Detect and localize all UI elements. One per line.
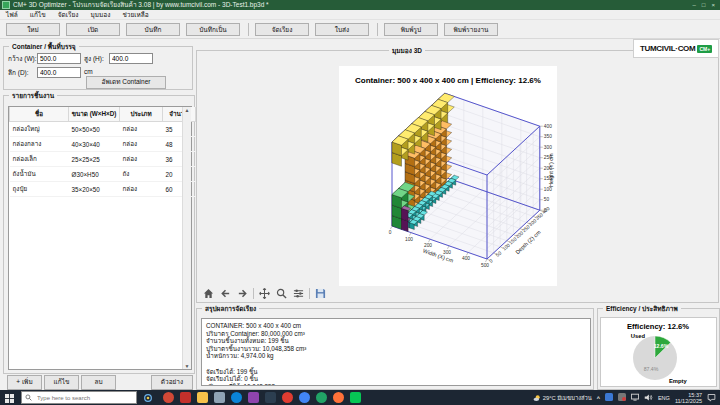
svg-text:50: 50 <box>544 197 550 202</box>
search-icon <box>25 394 32 401</box>
nav-separator <box>253 288 254 299</box>
tray-security-icon[interactable] <box>618 393 626 402</box>
taskbar-app-green[interactable] <box>316 392 327 403</box>
menu-edit[interactable]: แก้ไข <box>24 10 52 19</box>
taskbar-app-line[interactable] <box>350 392 361 403</box>
start-button[interactable] <box>0 389 19 405</box>
arrange-button[interactable]: จัดเรียง <box>255 23 309 36</box>
svg-text:350: 350 <box>544 134 552 139</box>
home-icon[interactable] <box>202 287 215 300</box>
height-input[interactable] <box>109 53 153 64</box>
menu-bar: ไฟล์ แก้ไข จัดเรียง มุมมอง ช่วยเหลือ <box>0 10 720 20</box>
menu-help[interactable]: ช่วยเหลือ <box>116 10 154 19</box>
logo-text: TUMCIVIL·COM <box>640 44 696 53</box>
open-button[interactable]: เปิด <box>66 23 120 36</box>
cortana-icon[interactable] <box>143 389 153 405</box>
tray-chevron-up-icon[interactable]: ^ <box>597 395 600 401</box>
svg-text:0: 0 <box>488 258 494 264</box>
efficiency-pie-chart: Efficiency: 12.6% Used 12.6% 87.4% Empty <box>600 317 717 387</box>
unit-label: cm <box>84 68 93 75</box>
note-button[interactable]: ใบส่ง <box>315 23 369 36</box>
configure-subplots-icon[interactable] <box>292 287 305 300</box>
tumcivil-logo: TUMCIVIL·COM CM+ <box>633 39 719 58</box>
notification-center-icon[interactable] <box>707 393 716 403</box>
table-scrollbar[interactable]: ▲ ▼ <box>182 107 191 369</box>
tray-onedrive-icon[interactable] <box>605 393 613 402</box>
svg-text:Height (Y) cm: Height (Y) cm <box>548 153 554 187</box>
logo-badge: CM+ <box>697 45 712 53</box>
taskbar-app-camera[interactable] <box>180 392 191 403</box>
pie-title: Efficiency: 12.6% <box>627 322 689 331</box>
nav-separator <box>309 288 310 299</box>
pie-used-label: Used <box>631 333 646 339</box>
new-button[interactable]: ใหม่ <box>6 23 60 36</box>
menu-view[interactable]: มุมมอง <box>84 10 116 19</box>
col-header-size[interactable]: ขนาด (W×H×D) <box>69 107 120 122</box>
update-container-button[interactable]: อัพเดท Container <box>86 76 166 89</box>
save-as-button[interactable]: บันทึกเป็น <box>186 23 240 36</box>
zoom-icon[interactable] <box>275 287 288 300</box>
svg-text:500: 500 <box>481 263 489 268</box>
window-titlebar: CM+ 3D Optimizer - โปรแกรมจัดเรียงสินค้า… <box>0 0 720 10</box>
table-row[interactable]: ถุงปุ๋ย35×20×50กล่อง60 <box>10 182 196 197</box>
sample-data-button[interactable]: ตัวอย่าง <box>151 375 193 390</box>
col-header-name[interactable]: ชื่อ <box>10 107 69 122</box>
taskbar-app-dark[interactable] <box>265 392 276 403</box>
taskbar-clock[interactable]: 15:37 11/12/2025 <box>675 392 702 404</box>
table-row[interactable]: กล่องใหญ่50×50×50กล่อง35 <box>10 122 196 137</box>
depth-input[interactable] <box>37 67 81 78</box>
taskbar-app-firefox[interactable] <box>333 392 344 403</box>
weather-widget[interactable]: 29°C มีเมฆบางส่วน <box>533 393 592 403</box>
taskbar-app-edge[interactable] <box>231 392 242 403</box>
width-input[interactable] <box>37 53 81 64</box>
efficiency-group: Efficiency / ประสิทธิภาพ Efficiency: 12.… <box>597 308 720 390</box>
taskbar-app-documents[interactable] <box>214 392 225 403</box>
plot-title: Container: 500 x 400 x 400 cm | Efficien… <box>355 76 541 85</box>
volume-icon[interactable] <box>644 393 653 403</box>
print-report-button[interactable]: พิมพ์รายงาน <box>444 23 498 36</box>
svg-text:400: 400 <box>462 256 470 261</box>
container-settings-group: Container / พื้นที่บรรจุ กว้าง (W): สูง … <box>3 46 193 90</box>
svg-text:100: 100 <box>405 237 413 242</box>
taskbar-app-pinwheel[interactable] <box>163 392 174 403</box>
delete-item-button[interactable]: ลบ <box>81 375 116 390</box>
depth-label: ลึก (D): <box>8 68 29 78</box>
view3d-title: มุมมอง 3D <box>389 46 425 56</box>
scroll-down-icon[interactable]: ▼ <box>185 363 190 369</box>
window-title: CM+ 3D Optimizer - โปรแกรมจัดเรียงสินค้า… <box>13 0 269 10</box>
edit-item-button[interactable]: แก้ไข <box>44 375 79 390</box>
svg-text:0: 0 <box>544 208 547 213</box>
save-button[interactable]: บันทึก <box>126 23 180 36</box>
menu-arrange[interactable]: จัดเรียง <box>52 10 85 19</box>
close-icon[interactable]: × <box>711 0 715 10</box>
maximize-icon[interactable]: □ <box>702 0 706 10</box>
table-row[interactable]: กล่องเล็ก25×25×25กล่อง36 <box>10 152 196 167</box>
items-list-group: รายการชิ้นงาน ชื่อ ขนาด (W×H×D) ประเภท จ… <box>3 95 195 374</box>
pie-empty-label: Empty <box>669 378 687 384</box>
app-icon <box>2 1 10 9</box>
col-header-type[interactable]: ประเภท <box>120 107 163 122</box>
table-row[interactable]: กล่องกลาง40×30×40กล่อง48 <box>10 137 196 152</box>
forward-icon[interactable] <box>236 287 249 300</box>
taskbar-app-photos[interactable] <box>248 392 259 403</box>
search-input[interactable] <box>35 394 129 402</box>
main-toolbar: ใหม่ เปิด บันทึก บันทึกเป็น จัดเรียง ใบส… <box>0 20 720 39</box>
scroll-up-icon[interactable]: ▲ <box>185 107 190 113</box>
menu-file[interactable]: ไฟล์ <box>0 10 24 19</box>
summary-group: สรุปผลการจัดเรียง CONTAINER: 500 x 400 x… <box>196 308 594 390</box>
back-icon[interactable] <box>219 287 232 300</box>
taskbar-app-opera[interactable] <box>282 392 293 403</box>
table-row[interactable]: ถังน้ำมันØ30×H50ถัง20 <box>10 167 196 182</box>
save-figure-icon[interactable] <box>314 287 327 300</box>
application-window: CM+ 3D Optimizer - โปรแกรมจัดเรียงสินค้า… <box>0 0 720 405</box>
taskbar-app-explorer[interactable] <box>197 392 208 403</box>
print-image-button[interactable]: พิมพ์รูป <box>384 23 438 36</box>
minimize-icon[interactable]: – <box>693 0 696 10</box>
taskbar-app-chrome[interactable] <box>299 392 310 403</box>
taskbar-search[interactable] <box>21 391 137 404</box>
pan-icon[interactable] <box>258 287 271 300</box>
svg-text:400: 400 <box>544 124 552 129</box>
summary-text[interactable]: CONTAINER: 500 x 400 x 400 cm ปริมาตร Co… <box>201 318 591 386</box>
language-indicator[interactable]: ENG <box>658 395 670 401</box>
tray-display-icon[interactable] <box>631 393 639 402</box>
